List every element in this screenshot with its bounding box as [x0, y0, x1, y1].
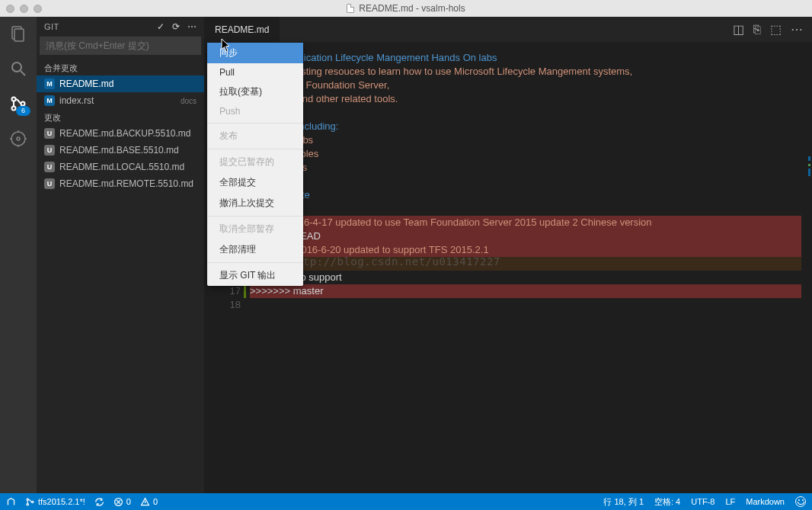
status-badge-u: U [44, 162, 55, 172]
status-line-col[interactable]: 行 18, 列 1 [603, 496, 644, 508]
panel-title: GIT [44, 22, 59, 31]
menu-item[interactable]: 全部提交 [207, 172, 303, 193]
feedback-icon[interactable] [795, 496, 806, 507]
file-row[interactable]: U README.md.LOCAL.5510.md [37, 159, 204, 175]
svg-point-14 [27, 503, 28, 505]
watermark-text: http://blog.csdn.net/u013417227 [289, 255, 500, 268]
explorer-icon[interactable] [8, 23, 29, 44]
file-name: README.md.BASE.5510.md [59, 145, 197, 156]
svg-point-4 [12, 98, 16, 101]
menu-item[interactable]: Pull [207, 63, 303, 82]
menu-item: 提交已暂存的 [207, 152, 303, 172]
file-name: README.md.REMOTE.5510.md [59, 178, 197, 189]
file-row[interactable]: U README.md.BACKUP.5510.md [37, 125, 204, 142]
refresh-icon[interactable]: ⟳ [172, 21, 180, 32]
menu-item: Push [207, 102, 303, 120]
status-badge-m: M [44, 95, 55, 106]
group-changes[interactable]: 更改 [37, 109, 204, 125]
status-remote-icon[interactable] [6, 497, 16, 507]
minimize-dot[interactable] [20, 5, 28, 13]
preview-icon[interactable]: ⬚ [770, 22, 782, 37]
commit-icon[interactable]: ✓ [157, 21, 165, 32]
tab-bar: README.md ◫ ⎘ ⬚ ⋯ [204, 17, 812, 42]
status-encoding[interactable]: UTF-8 [691, 497, 714, 506]
status-warnings[interactable]: 0 [140, 497, 158, 507]
more-icon[interactable]: ⋯ [187, 21, 197, 32]
status-badge-m: M [44, 79, 55, 89]
file-icon [347, 4, 354, 13]
file-name: README.md.BACKUP.5510.md [59, 128, 197, 139]
mac-titlebar: README.md - vsalm-hols [0, 0, 812, 17]
file-name: index.rst [59, 95, 176, 106]
status-badge-u: U [44, 145, 55, 156]
svg-point-7 [11, 132, 25, 146]
menu-item[interactable]: 全部清理 [207, 239, 303, 260]
status-branch[interactable]: tfs2015.2.1*! [25, 497, 85, 507]
git-context-menu[interactable]: 同步Pull拉取(变基)Push发布提交已暂存的全部提交撤消上次提交取消全部暂存… [207, 43, 303, 286]
more-tab-icon[interactable]: ⋯ [791, 22, 803, 37]
file-row[interactable]: U README.md.BASE.5510.md [37, 142, 204, 159]
menu-item[interactable]: 显示 GIT 输出 [207, 265, 303, 286]
git-panel: GIT ✓ ⟳ ⋯ 合并更改 M README.md M index.rst d… [37, 17, 204, 493]
branch-name: tfs2015.2.1*! [38, 497, 85, 506]
file-name: README.md [59, 79, 197, 89]
status-spaces[interactable]: 空格: 4 [654, 496, 680, 508]
file-name: README.md.LOCAL.5510.md [59, 162, 197, 172]
svg-point-15 [32, 501, 34, 502]
svg-line-3 [21, 71, 25, 75]
menu-item[interactable]: 拉取(变基) [207, 82, 303, 102]
split-editor-icon[interactable]: ◫ [733, 22, 744, 37]
file-meta: docs [181, 97, 197, 105]
menu-item[interactable]: 撤消上次提交 [207, 193, 303, 213]
tab-label: README.md [215, 24, 269, 35]
tab-readme[interactable]: README.md [204, 17, 280, 42]
file-row[interactable]: U README.md.REMOTE.5510.md [37, 175, 204, 192]
close-dot[interactable] [6, 5, 14, 13]
open-changes-icon[interactable]: ⎘ [753, 23, 761, 37]
group-merge[interactable]: 合并更改 [37, 59, 204, 75]
code-lines[interactable]: icrosoft Application Lifecycle Mangement… [247, 42, 812, 493]
traffic-lights[interactable] [6, 5, 42, 13]
svg-point-8 [17, 137, 20, 140]
mouse-cursor-icon [221, 38, 232, 53]
file-row[interactable]: M README.md [37, 75, 204, 92]
minimap[interactable] [801, 42, 812, 493]
scm-icon[interactable] [8, 93, 29, 114]
debug-icon[interactable] [8, 128, 29, 149]
activity-bar [0, 17, 37, 493]
svg-point-6 [21, 102, 25, 106]
svg-rect-1 [14, 29, 24, 41]
search-icon[interactable] [8, 58, 29, 79]
svg-point-2 [12, 63, 21, 72]
status-lang[interactable]: Markdown [746, 497, 785, 506]
status-badge-u: U [44, 128, 55, 139]
status-eol[interactable]: LF [725, 497, 735, 506]
menu-item: 取消全部暂存 [207, 219, 303, 239]
commit-message-input[interactable] [40, 37, 201, 55]
file-row[interactable]: M index.rst docs [37, 92, 204, 109]
svg-point-5 [12, 107, 16, 111]
status-badge-u: U [44, 178, 55, 189]
status-errors[interactable]: 0 [113, 497, 131, 507]
zoom-dot[interactable] [34, 5, 42, 13]
status-bar: tfs2015.2.1*! 0 0 行 18, 列 1 空格: 4 UTF-8 … [0, 493, 812, 510]
window-title: README.md - vsalm-hols [359, 3, 465, 14]
menu-item: 发布 [207, 126, 303, 146]
status-sync-icon[interactable] [94, 497, 104, 507]
